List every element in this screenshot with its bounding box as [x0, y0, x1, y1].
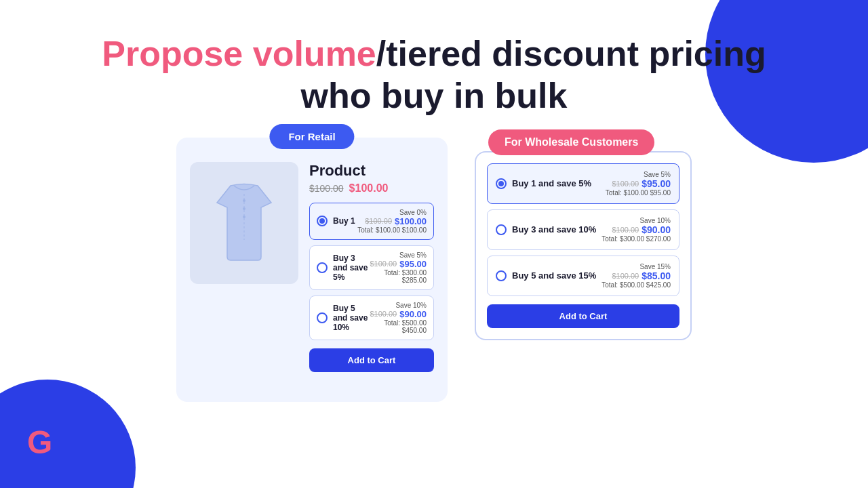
tier-left-0: Buy 1 [317, 216, 355, 226]
wholesale-tier-right-1: Save 10% $100.00 $90.00 Total: $300.00 $… [601, 217, 671, 243]
radio-0 [317, 216, 328, 226]
tier-sale-2: $90.00 [399, 309, 427, 319]
wholesale-tier-0[interactable]: Buy 1 and save 5% Save 5% $100.00 $95.00… [487, 163, 679, 204]
svg-point-3 [243, 216, 245, 218]
wholesale-total-0: Total: $100.00 $95.00 [606, 189, 671, 197]
retail-add-to-cart-button[interactable]: Add to Cart [309, 348, 434, 372]
tier-left-1: Buy 3 and save 5% [317, 253, 370, 282]
wholesale-card: Buy 1 and save 5% Save 5% $100.00 $95.00… [475, 151, 692, 340]
save-label-2: Save 10% [370, 302, 427, 309]
wholesale-radio-2 [496, 270, 507, 281]
tier-total-0: Total: $100.00 $100.00 [357, 226, 427, 234]
wholesale-tier-label-0: Buy 1 and save 5% [512, 178, 591, 188]
tier-total-1: Total: $300.00 $285.00 [370, 269, 427, 284]
wholesale-prices-0: $100.00 $95.00 [606, 178, 671, 189]
tier-right-0: Save 0% $100.00 $100.00 Total: $100.00 $… [357, 209, 427, 234]
tier-total-2: Total: $500.00 $450.00 [370, 319, 427, 334]
content-area: For Retail Product [0, 131, 868, 409]
wholesale-tier-1[interactable]: Buy 3 and save 10% Save 10% $100.00 $90.… [487, 209, 679, 250]
retail-card-inner: Product $100.00 $100.00 Buy 1 Save 0% $1… [190, 162, 434, 372]
wholesale-sale-1: $90.00 [642, 224, 671, 235]
for-retail-badge: For Retail [269, 124, 354, 149]
price-original: $100.00 [309, 183, 344, 194]
tier-left-2: Buy 5 and save 10% [317, 304, 370, 332]
wholesale-prices-1: $100.00 $90.00 [601, 224, 671, 235]
tier-sale-0: $100.00 [395, 216, 427, 226]
tier-original-2: $100.00 [370, 310, 397, 318]
svg-point-1 [243, 199, 245, 202]
wholesale-tier-label-1: Buy 3 and save 10% [512, 224, 596, 235]
tier-label-2: Buy 5 and save 10% [333, 304, 370, 332]
header: Propose volume/tiered discount pricing w… [0, 0, 868, 131]
product-name: Product [309, 162, 434, 180]
radio-2 [317, 312, 328, 323]
radio-1 [317, 262, 328, 273]
wholesale-tier-right-0: Save 5% $100.00 $95.00 Total: $100.00 $9… [606, 171, 671, 197]
product-image [190, 162, 298, 284]
save-label-1: Save 5% [370, 251, 427, 259]
wholesale-original-2: $100.00 [612, 272, 639, 280]
wholesale-original-1: $100.00 [612, 226, 639, 234]
tier-sale-1: $95.00 [399, 259, 427, 269]
tier-label-1: Buy 3 and save 5% [333, 253, 370, 282]
tier-prices-0: $100.00 $100.00 [357, 216, 427, 226]
wholesale-sale-2: $85.00 [642, 270, 671, 281]
wholesale-tier-label-2: Buy 5 and save 15% [512, 270, 596, 281]
wholesale-tier-left-0: Buy 1 and save 5% [496, 178, 591, 189]
tier-right-2: Save 10% $100.00 $90.00 Total: $500.00 $… [370, 302, 427, 334]
wholesale-tier-left-2: Buy 5 and save 15% [496, 270, 596, 281]
wholesale-total-1: Total: $300.00 $270.00 [601, 235, 671, 243]
price-current: $100.00 [349, 182, 389, 195]
wholesale-original-0: $100.00 [612, 180, 639, 188]
tier-prices-2: $100.00 $90.00 [370, 309, 427, 319]
tier-right-1: Save 5% $100.00 $95.00 Total: $300.00 $2… [370, 251, 427, 284]
save-label-0: Save 0% [357, 209, 427, 216]
wholesale-total-2: Total: $500.00 $425.00 [601, 281, 671, 289]
wholesale-radio-1 [496, 224, 507, 235]
tier-label-0: Buy 1 [333, 216, 355, 226]
retail-card: For Retail Product [176, 138, 448, 402]
tier-original-0: $100.00 [365, 217, 392, 225]
wholesale-sale-0: $95.00 [642, 178, 671, 189]
shirt-icon [207, 179, 281, 267]
wholesale-tier-left-1: Buy 3 and save 10% [496, 224, 596, 235]
wholesale-tier-right-2: Save 15% $100.00 $85.00 Total: $500.00 $… [601, 263, 671, 289]
headline-highlight: Propose volume [102, 34, 376, 73]
price-row: $100.00 $100.00 [309, 182, 434, 195]
retail-tier-1[interactable]: Buy 3 and save 5% Save 5% $100.00 $95.00… [309, 245, 434, 290]
wholesale-save-1: Save 10% [601, 217, 671, 224]
wholesale-tier-2[interactable]: Buy 5 and save 15% Save 15% $100.00 $85.… [487, 256, 679, 296]
wholesale-radio-0 [496, 178, 507, 189]
wholesale-add-to-cart-button[interactable]: Add to Cart [487, 304, 679, 328]
wholesale-prices-2: $100.00 $85.00 [601, 270, 671, 281]
retail-tier-2[interactable]: Buy 5 and save 10% Save 10% $100.00 $90.… [309, 296, 434, 340]
headline-line2: who buy in bulk [301, 76, 568, 115]
wholesale-save-2: Save 15% [601, 263, 671, 270]
for-wholesale-badge: For Wholesale Customers [488, 129, 654, 155]
product-info: Product $100.00 $100.00 Buy 1 Save 0% $1… [309, 162, 434, 372]
headline: Propose volume/tiered discount pricing w… [27, 33, 841, 117]
headline-rest: /tiered discount pricing [376, 34, 766, 73]
g-logo: G [27, 424, 52, 461]
wholesale-wrapper: For Wholesale Customers Buy 1 and save 5… [475, 144, 692, 340]
retail-tier-0[interactable]: Buy 1 Save 0% $100.00 $100.00 Total: $10… [309, 203, 434, 240]
tier-prices-1: $100.00 $95.00 [370, 259, 427, 269]
svg-point-2 [243, 207, 245, 210]
wholesale-save-0: Save 5% [606, 171, 671, 178]
tier-original-1: $100.00 [370, 260, 397, 268]
